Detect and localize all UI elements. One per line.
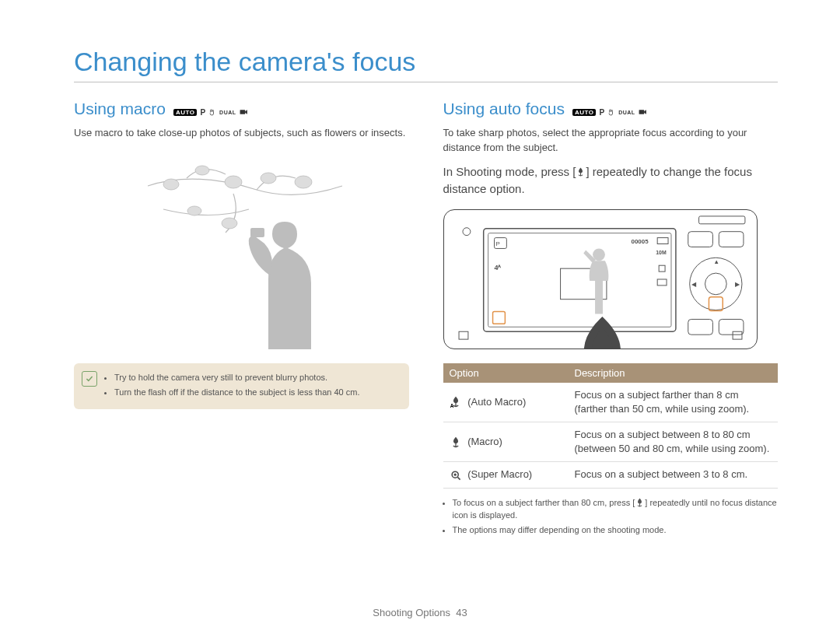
mode-dual-badge: DUAL	[219, 110, 236, 115]
subheading-macro: Using macro AUTO P DUAL	[74, 100, 409, 118]
instruction-pre: In Shooting mode, press [	[443, 165, 576, 178]
svg-text:P: P	[495, 240, 499, 247]
options-header-option: Option	[443, 363, 569, 383]
svg-rect-30	[688, 231, 712, 247]
svg-rect-14	[698, 216, 744, 224]
options-header-description: Description	[569, 363, 779, 383]
title-rule	[74, 82, 778, 82]
option-desc: Focus on a subject between 3 to 8 cm.	[569, 462, 779, 488]
mode-p-badge: P	[200, 108, 205, 117]
svg-rect-12	[639, 110, 644, 114]
camera-illustration: P 00005 10M 4ᴬ	[443, 209, 758, 349]
subheading-macro-text: Using macro	[74, 100, 166, 118]
svg-point-5	[195, 166, 209, 175]
svg-text:◀: ◀	[691, 281, 696, 288]
subheading-autofocus: Using auto focus AUTO P DUAL	[443, 100, 779, 118]
movie-icon	[240, 108, 248, 117]
svg-point-4	[163, 179, 179, 190]
svg-rect-22	[657, 237, 668, 243]
option-label: (Super Macro)	[467, 468, 532, 480]
mode-tags-right: AUTO P DUAL	[572, 108, 647, 117]
table-row: A (Auto Macro) Focus on a subject farthe…	[443, 383, 779, 422]
autofocus-instruction: In Shooting mode, press [] repeatedly to…	[443, 163, 779, 198]
svg-point-10	[222, 218, 237, 229]
mode-dual-badge: DUAL	[618, 110, 635, 115]
mode-auto-badge: AUTO	[173, 109, 198, 116]
super-macro-icon	[450, 470, 462, 481]
note-box: Try to hold the camera very still to pre…	[74, 363, 409, 409]
svg-rect-16	[733, 331, 742, 339]
svg-point-9	[187, 206, 201, 215]
mode-tags-left: AUTO P DUAL	[173, 108, 248, 117]
macro-button-icon	[576, 167, 586, 177]
option-label: (Auto Macro)	[467, 396, 526, 408]
svg-text:00005: 00005	[631, 238, 649, 245]
movie-icon	[639, 108, 647, 117]
svg-point-8	[295, 176, 312, 188]
svg-text:4ᴬ: 4ᴬ	[494, 264, 502, 271]
footer-section: Shooting Options	[373, 607, 450, 618]
note-item-1: Try to hold the camera very still to pre…	[114, 371, 400, 385]
footnote-2: The options may differ depending on the …	[453, 524, 779, 537]
autofocus-body: To take sharp photos, select the appropr…	[443, 126, 779, 156]
svg-point-6	[225, 176, 242, 188]
subheading-autofocus-text: Using auto focus	[443, 100, 565, 118]
macro-illustration	[117, 147, 366, 349]
auto-macro-icon: A	[450, 397, 462, 408]
option-label: (Macro)	[467, 436, 502, 447]
mode-p-badge: P	[599, 108, 604, 117]
svg-text:10M: 10M	[656, 250, 667, 255]
svg-rect-15	[459, 331, 468, 339]
svg-rect-31	[719, 231, 744, 247]
page-footer: Shooting Options 43	[0, 607, 840, 618]
options-table: Option Description A (Auto Macro) Focus …	[443, 363, 779, 489]
svg-text:A: A	[450, 404, 453, 409]
footer-page: 43	[456, 607, 467, 618]
svg-rect-39	[719, 319, 744, 335]
mode-auto-badge: AUTO	[572, 109, 597, 116]
macro-body: Use macro to take close-up photos of sub…	[74, 126, 409, 141]
table-row: (Super Macro) Focus on a subject between…	[443, 462, 779, 488]
svg-rect-26	[657, 279, 667, 285]
footnotes: To focus on a subject farther than 80 cm…	[443, 496, 779, 537]
svg-rect-11	[250, 228, 264, 237]
option-desc: Focus on a subject between 8 to 80 cm (b…	[569, 422, 779, 462]
note-icon	[82, 371, 97, 387]
svg-rect-29	[492, 311, 505, 324]
option-desc: Focus on a subject farther than 8 cm (fa…	[569, 383, 779, 422]
svg-rect-37	[709, 296, 723, 310]
hand-icon	[208, 108, 216, 117]
footnote-1-pre: To focus on a subject farther than 80 cm…	[453, 498, 635, 507]
svg-rect-25	[659, 265, 665, 271]
footnote-1: To focus on a subject farther than 80 cm…	[453, 496, 779, 522]
table-row: (Macro) Focus on a subject between 8 to …	[443, 422, 779, 462]
right-column: Using auto focus AUTO P DUAL To take sha…	[443, 100, 779, 538]
macro-icon	[450, 437, 462, 448]
page-title: Changing the camera's focus	[74, 47, 778, 77]
note-item-2: Turn the flash off if the distance to th…	[114, 386, 400, 400]
svg-text:▲: ▲	[713, 258, 719, 265]
svg-rect-18	[488, 233, 670, 327]
svg-point-32	[689, 257, 741, 310]
svg-point-13	[462, 227, 470, 235]
svg-point-33	[705, 273, 726, 295]
svg-point-7	[261, 173, 276, 184]
hand-icon	[607, 108, 615, 117]
svg-rect-3	[240, 110, 245, 114]
svg-rect-38	[688, 319, 712, 335]
svg-text:▶: ▶	[735, 281, 740, 288]
macro-button-icon	[635, 498, 645, 508]
left-column: Using macro AUTO P DUAL Use macro to tak…	[74, 100, 409, 538]
